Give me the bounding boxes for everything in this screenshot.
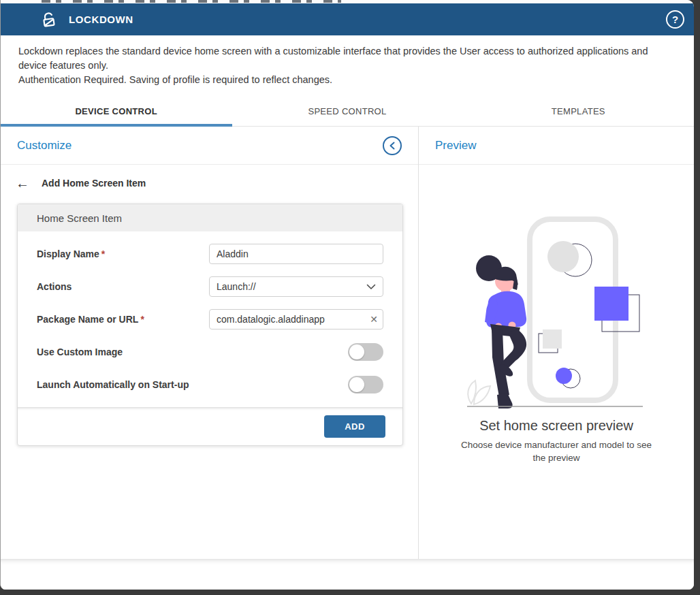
- tab-bar: DEVICE CONTROL SPEED CONTROL TEMPLATES: [1, 96, 694, 127]
- chevron-down-icon: [366, 284, 376, 290]
- clear-icon[interactable]: ✕: [370, 315, 378, 324]
- content-area: Customize ← Add Home Screen Item Home Sc…: [1, 127, 694, 559]
- toggle-knob: [349, 344, 364, 359]
- description-line-2: Authentication Required. Saving of profi…: [18, 73, 676, 87]
- preview-header: Preview: [419, 127, 694, 165]
- actions-selected-value: Launch://: [217, 281, 256, 292]
- clipped-background-text: [42, 0, 341, 3]
- preview-empty-subtitle: Choose device manufacturer and model to …: [454, 438, 658, 464]
- actions-select[interactable]: Launch://: [209, 276, 383, 297]
- tab-label: SPEED CONTROL: [308, 106, 386, 116]
- tab-device-control[interactable]: DEVICE CONTROL: [1, 96, 232, 126]
- unlock-icon: [40, 11, 58, 29]
- help-glyph: ?: [672, 14, 678, 25]
- app-header: LOCKDOWN ?: [1, 3, 694, 35]
- preview-title: Preview: [435, 139, 476, 152]
- package-row: Package Name or URL* ✕: [18, 303, 402, 336]
- preview-empty-state: Set home screen preview Choose device ma…: [419, 165, 694, 464]
- page-title: LOCKDOWN: [69, 14, 133, 25]
- form-subheader: Add Home Screen Item: [42, 178, 146, 189]
- actions-label: Actions: [37, 281, 209, 292]
- customize-panel: Customize ← Add Home Screen Item Home Sc…: [1, 127, 419, 559]
- display-name-row: Display Name*: [18, 238, 402, 270]
- required-asterisk: *: [101, 248, 105, 259]
- launch-on-startup-row: Launch Automatically on Start-up: [18, 368, 402, 401]
- add-button[interactable]: ADD: [324, 415, 385, 438]
- active-tab-indicator: [1, 124, 232, 127]
- package-control: ✕: [209, 309, 383, 329]
- help-icon[interactable]: ?: [666, 10, 684, 29]
- preview-panel: Preview: [419, 127, 694, 559]
- actions-control: Launch://: [209, 276, 383, 297]
- clipped-background-strip: [1, 0, 694, 3]
- preview-empty-title: Set home screen preview: [419, 418, 694, 434]
- display-name-input[interactable]: [209, 244, 383, 264]
- tab-label: DEVICE CONTROL: [75, 106, 157, 116]
- package-input[interactable]: [209, 309, 383, 329]
- card-body: Display Name* Actions Launch://: [18, 231, 402, 407]
- display-name-label: Display Name*: [37, 248, 209, 259]
- label-text: Display Name: [37, 248, 99, 259]
- required-asterisk: *: [140, 314, 144, 325]
- toggle-knob: [349, 377, 364, 392]
- back-arrow-icon[interactable]: ←: [16, 176, 29, 190]
- launch-on-startup-control: [209, 376, 383, 393]
- package-label: Package Name or URL*: [37, 314, 209, 325]
- tab-speed-control[interactable]: SPEED CONTROL: [232, 96, 462, 126]
- label-text: Package Name or URL: [37, 314, 138, 325]
- launch-on-startup-label: Launch Automatically on Start-up: [37, 379, 209, 390]
- tab-label: TEMPLATES: [552, 106, 605, 116]
- form-subheader-row: ← Add Home Screen Item: [1, 165, 418, 190]
- use-custom-image-label: Use Custom Image: [37, 347, 209, 357]
- launch-on-startup-toggle[interactable]: [348, 376, 383, 393]
- use-custom-image-control: [209, 343, 383, 361]
- display-name-control: [209, 244, 383, 264]
- preview-illustration: [444, 208, 669, 413]
- card-footer: ADD: [18, 407, 402, 445]
- card-header: Home Screen Item: [18, 204, 402, 231]
- actions-row: Actions Launch://: [18, 270, 402, 303]
- use-custom-image-row: Use Custom Image: [18, 336, 402, 368]
- bottom-spacer: [1, 559, 694, 590]
- customize-title: Customize: [17, 139, 71, 152]
- home-screen-item-card: Home Screen Item Display Name* Actions: [17, 204, 403, 446]
- tab-templates[interactable]: TEMPLATES: [463, 96, 694, 126]
- customize-header: Customize: [1, 127, 418, 165]
- description-line-1: Lockdown replaces the standard device ho…: [18, 44, 676, 73]
- app-window: LOCKDOWN ? Lockdown replaces the standar…: [0, 0, 694, 590]
- use-custom-image-toggle[interactable]: [348, 343, 383, 361]
- collapse-panel-button[interactable]: [383, 136, 402, 155]
- module-description: Lockdown replaces the standard device ho…: [1, 35, 694, 96]
- chevron-left-icon: [388, 141, 396, 150]
